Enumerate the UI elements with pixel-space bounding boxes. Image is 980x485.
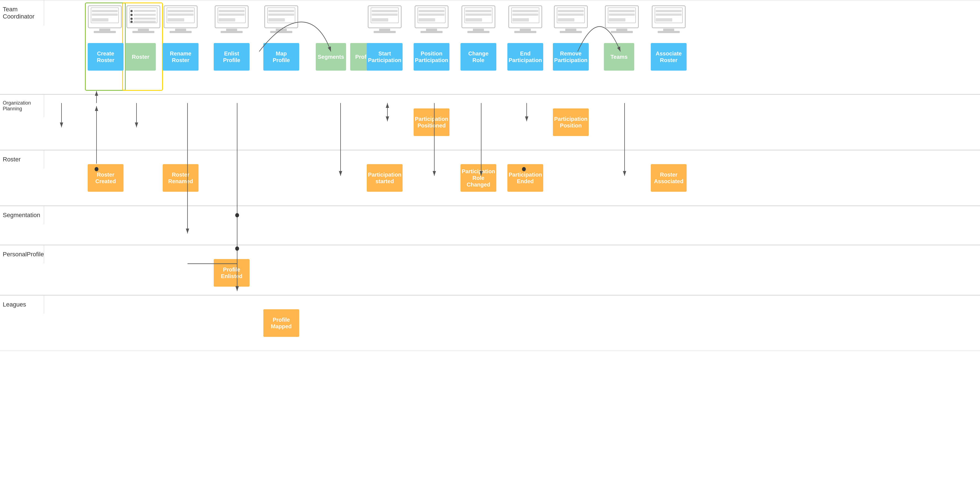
svg-rect-63 <box>520 29 531 31</box>
swimlane-label-roster: Roster <box>0 150 44 169</box>
svg-rect-70 <box>565 29 576 31</box>
svg-rect-51 <box>418 10 444 12</box>
svg-rect-81 <box>609 18 625 22</box>
svg-rect-57 <box>468 31 490 33</box>
swimlane-content-team: CreateRoster Roster RenameRoster EnlistP… <box>44 0 980 94</box>
svg-rect-88 <box>656 18 672 22</box>
monitor-teams <box>604 5 640 35</box>
monitor-associate-roster <box>651 5 687 35</box>
svg-rect-85 <box>658 31 680 33</box>
card-teams: Teams <box>604 43 634 71</box>
svg-rect-58 <box>465 10 492 12</box>
card-roster: Roster <box>126 43 156 71</box>
svg-rect-28 <box>226 29 237 31</box>
swimlane-content-roster: RosterCreated RosterRenamed Participatio… <box>44 150 980 206</box>
svg-rect-32 <box>219 18 235 22</box>
monitor-remove-participation <box>553 5 589 35</box>
svg-rect-86 <box>656 10 682 12</box>
swimlane-roster: Roster RosterCreated RosterRenamed Parti… <box>0 150 980 206</box>
swimlane-org: Organization Planning ParticipationPosit… <box>0 94 980 150</box>
swimlane-seg: Segmentation <box>0 206 980 245</box>
svg-rect-25 <box>168 18 184 22</box>
card-create-roster: CreateRoster <box>88 43 124 71</box>
svg-rect-74 <box>558 18 574 22</box>
monitor-start-participation <box>367 5 402 35</box>
card-roster-created: RosterCreated <box>88 164 124 192</box>
svg-rect-29 <box>221 31 243 33</box>
svg-rect-67 <box>512 18 529 22</box>
monitor-rename-roster <box>163 5 199 35</box>
swimlane-content-personal: ProfileEnlisted <box>44 245 980 295</box>
svg-rect-60 <box>465 18 482 22</box>
card-map-profile: MapProfile <box>263 43 299 71</box>
card-participation-positioned: ParticipationPositioned <box>414 108 449 136</box>
card-enlist-profile: EnlistProfile <box>214 43 250 71</box>
svg-rect-84 <box>663 29 674 31</box>
card-rename-roster: RenameRoster <box>163 43 199 71</box>
swimlane-label-leagues: Leagues <box>0 295 44 314</box>
monitor-map-profile <box>263 5 299 35</box>
card-participation-position: ParticipationPosition <box>553 108 589 136</box>
card-participation-role-changed: ParticipationRoleChanged <box>460 164 496 192</box>
card-change-role: ChangeRole <box>460 43 496 71</box>
svg-rect-46 <box>372 18 388 22</box>
card-profile-mapped: ProfileMapped <box>263 309 299 337</box>
svg-rect-87 <box>656 14 682 16</box>
svg-rect-50 <box>420 31 442 33</box>
svg-rect-64 <box>514 31 536 33</box>
card-remove-participation: RemoveParticipation <box>553 43 589 71</box>
card-roster-associated: RosterAssociated <box>651 164 687 192</box>
monitor-position-participation <box>414 5 449 35</box>
svg-rect-22 <box>170 31 192 33</box>
svg-rect-24 <box>168 14 194 16</box>
svg-rect-80 <box>609 14 635 16</box>
card-participation-ended: ParticipationEnded <box>508 164 543 192</box>
swimlane-content-seg <box>44 206 980 245</box>
svg-rect-59 <box>465 14 492 16</box>
svg-rect-49 <box>426 29 437 31</box>
svg-rect-38 <box>268 14 294 16</box>
svg-rect-56 <box>473 29 484 31</box>
svg-rect-37 <box>268 10 294 12</box>
svg-rect-43 <box>374 31 396 33</box>
swimlane-label-org: Organization Planning <box>0 95 44 117</box>
monitor-enlist-profile <box>214 5 250 35</box>
svg-rect-79 <box>609 10 635 12</box>
swimlane-label-personal: PersonalProfile <box>0 245 44 263</box>
card-profile-enlisted: ProfileEnlisted <box>214 259 250 287</box>
svg-rect-39 <box>268 18 285 22</box>
card-roster-renamed: RosterRenamed <box>163 164 199 192</box>
card-participation-started: Participationstarted <box>367 164 402 192</box>
swimlane-label-team: Team Coordinator <box>0 0 44 26</box>
card-segments: Segments <box>316 43 346 71</box>
svg-rect-35 <box>276 29 287 31</box>
monitor-end-participation <box>508 5 543 35</box>
svg-rect-78 <box>611 31 633 33</box>
svg-rect-77 <box>616 29 627 31</box>
svg-rect-42 <box>379 29 390 31</box>
swimlane-personal: PersonalProfile ProfileEnlisted <box>0 245 980 295</box>
svg-rect-66 <box>512 14 538 16</box>
svg-rect-44 <box>372 10 398 12</box>
swimlane-label-seg: Segmentation <box>0 206 44 224</box>
swimlane-content-leagues: ProfileMapped <box>44 295 980 351</box>
svg-rect-72 <box>558 10 584 12</box>
monitor-change-role <box>460 5 496 35</box>
svg-rect-21 <box>175 29 186 31</box>
svg-rect-36 <box>270 31 292 33</box>
diagram-container: Team Coordinator <box>0 0 980 485</box>
svg-rect-65 <box>512 10 538 12</box>
card-start-participation: StartParticipation <box>367 43 402 71</box>
swimlane-team: Team Coordinator <box>0 0 980 94</box>
svg-rect-30 <box>219 10 245 12</box>
svg-rect-45 <box>372 14 398 16</box>
svg-rect-31 <box>219 14 245 16</box>
card-position-participation: PositionParticipation <box>414 43 449 71</box>
svg-rect-71 <box>560 31 582 33</box>
svg-rect-53 <box>418 18 435 22</box>
card-end-participation: EndParticipation <box>508 43 543 71</box>
svg-rect-52 <box>418 14 444 16</box>
swimlane-content-org: ParticipationPositioned ParticipationPos… <box>44 95 980 150</box>
svg-rect-23 <box>168 10 194 12</box>
swimlane-leagues: Leagues ProfileMapped <box>0 295 980 351</box>
